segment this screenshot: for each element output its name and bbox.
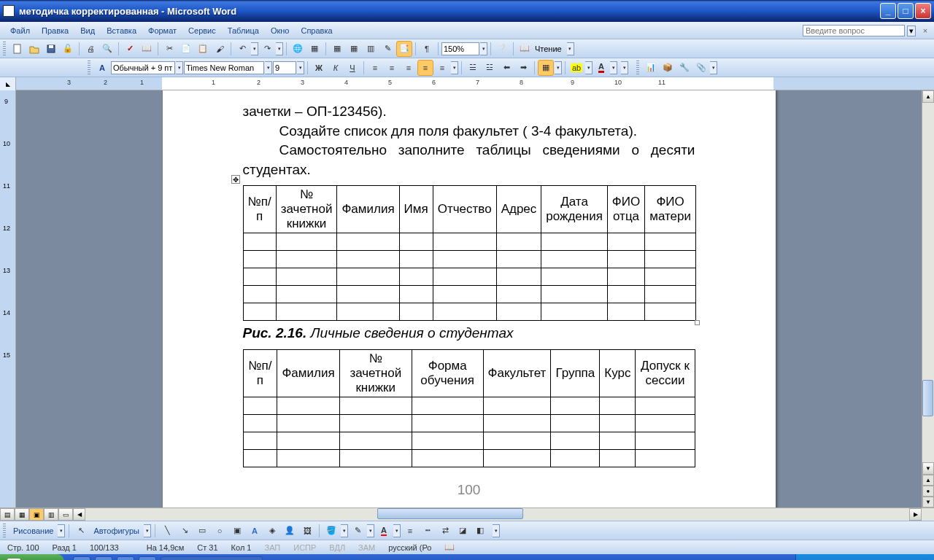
tables-borders-button[interactable]: ▦ [306, 41, 323, 57]
spellcheck-button[interactable]: ✓ [122, 41, 138, 57]
highlight-dropdown[interactable]: ▾ [585, 61, 593, 74]
scroll-left-button[interactable]: ◀ [73, 508, 85, 521]
borders-button[interactable]: ▦ [538, 60, 554, 76]
reading-view-button[interactable]: ▭ [58, 508, 73, 521]
font-color-button[interactable]: A [593, 60, 609, 76]
status-lang[interactable]: русский (Ро [385, 543, 434, 552]
clipart-button[interactable]: 👤 [282, 523, 298, 539]
menu-format[interactable]: Формат [142, 25, 182, 36]
copy-button[interactable]: 📄 [178, 41, 194, 57]
scroll-thumb[interactable] [922, 380, 933, 416]
columns-button[interactable]: ▥ [363, 41, 379, 57]
reading-icon[interactable]: 📖 [517, 41, 533, 57]
numbered-list-button[interactable]: ☱ [465, 60, 481, 76]
open-button[interactable] [26, 41, 42, 57]
quick-launch-3[interactable] [117, 556, 134, 560]
status-ovr[interactable]: ЗАМ [355, 543, 378, 552]
toolbar-grip[interactable] [636, 61, 639, 75]
toolbar-options-3[interactable]: ▾ [710, 61, 717, 74]
help-button[interactable]: ❔ [494, 41, 510, 57]
close-button[interactable]: × [915, 3, 931, 19]
horizontal-ruler[interactable]: ◣ 3 2 1 1 2 3 4 5 6 7 8 9 10 11 [0, 77, 934, 90]
font-size-combo[interactable] [273, 61, 296, 74]
line-button[interactable]: ╲ [159, 523, 175, 539]
text-line-3[interactable]: Самостоятельно заполните таблицы сведени… [243, 141, 695, 179]
autoshapes-dropdown[interactable]: ▾ [144, 524, 151, 537]
insert-table-button[interactable]: ▦ [329, 41, 345, 57]
undo-dropdown[interactable]: ▾ [251, 42, 258, 55]
scroll-right-button[interactable]: ▶ [909, 508, 922, 521]
scroll-down-button[interactable]: ▼ [922, 462, 934, 475]
menu-file[interactable]: Файл [4, 25, 36, 36]
research-button[interactable]: 📖 [139, 41, 155, 57]
toolbar-options[interactable]: ▾ [567, 42, 574, 55]
horizontal-scrollbar[interactable]: ◀ ▶ [73, 508, 922, 521]
vertical-scrollbar[interactable]: ▲ ▼ ▲ ● ▼ [922, 90, 934, 508]
increase-indent-button[interactable]: ➡ [515, 60, 531, 76]
toolbar-grip[interactable] [3, 524, 6, 538]
text-line-1[interactable]: зачетки – ОП-123456). [243, 102, 695, 122]
maximize-button[interactable]: □ [898, 3, 914, 19]
print-button[interactable]: 🖨 [82, 41, 99, 57]
highlight-button[interactable]: ab [568, 60, 584, 76]
table-header[interactable]: № зачетной книжки [339, 349, 412, 397]
align-left-button[interactable]: ≡ [367, 60, 383, 76]
vertical-ruler[interactable]: 9 10 11 12 13 14 15 [0, 90, 16, 508]
menu-view[interactable]: Вид [74, 25, 101, 36]
status-rec[interactable]: ЗАП [261, 543, 283, 552]
insert-excel-button[interactable]: ▦ [346, 41, 362, 57]
select-objects-button[interactable]: ↖ [73, 523, 89, 539]
redo-button[interactable]: ↷ [259, 41, 275, 57]
table-header[interactable]: ФИО отца [607, 186, 644, 233]
borders-dropdown[interactable]: ▾ [555, 61, 562, 74]
rectangle-button[interactable]: ▭ [194, 523, 210, 539]
font-combo[interactable] [184, 61, 264, 74]
zoom-combo[interactable] [441, 42, 479, 55]
extra-btn-3[interactable]: 🔧 [676, 60, 692, 76]
styles-pane-button[interactable]: A [94, 60, 110, 76]
table-header[interactable]: Фамилия [277, 349, 339, 397]
line-color-button[interactable]: ✎ [350, 523, 366, 539]
textbox-button[interactable]: ▣ [229, 523, 245, 539]
drawing-toolbar-options[interactable]: ▾ [493, 524, 500, 537]
dash-style-button[interactable]: ┅ [420, 523, 436, 539]
undo-button[interactable]: ↶ [234, 41, 250, 57]
italic-button[interactable]: К [328, 60, 344, 76]
bold-button[interactable]: Ж [311, 60, 327, 76]
taskbar-item-word[interactable]: методичка коррект... [161, 556, 263, 560]
align-justify-button[interactable]: ≡ [417, 60, 433, 76]
shadow-button[interactable]: ◪ [455, 523, 471, 539]
style-combo[interactable] [111, 61, 175, 74]
help-dropdown[interactable]: ▾ [907, 26, 916, 36]
style-dropdown[interactable]: ▾ [176, 61, 183, 74]
next-page-button[interactable]: ▼ [922, 497, 934, 508]
decrease-indent-button[interactable]: ⬅ [498, 60, 514, 76]
menu-insert[interactable]: Вставка [101, 25, 142, 36]
start-button[interactable]: пуск [0, 554, 64, 560]
document-scroll-area[interactable]: зачетки – ОП-123456). Создайте список дл… [16, 90, 922, 508]
print-preview-button[interactable]: 🔍 [99, 41, 115, 57]
status-trk[interactable]: ИСПР [290, 543, 319, 552]
fill-color-button[interactable]: 🪣 [323, 523, 339, 539]
reading-label[interactable]: Чтение [533, 44, 563, 53]
table-header[interactable]: №п/п [243, 349, 277, 397]
redo-dropdown[interactable]: ▾ [276, 42, 283, 55]
table-1[interactable]: №п/п № зачетной книжки Фамилия Имя Отчес… [243, 185, 697, 321]
font-color-dropdown[interactable]: ▾ [610, 61, 617, 74]
cut-button[interactable]: ✂ [161, 41, 177, 57]
help-input[interactable] [803, 25, 905, 36]
hyperlink-button[interactable]: 🌐 [290, 41, 306, 57]
table-header[interactable]: Фамилия [337, 186, 399, 233]
quick-launch-2[interactable] [95, 556, 112, 560]
extra-btn-1[interactable]: 📊 [643, 60, 659, 76]
table-caption[interactable]: Рис. 2.16. Личные сведения о студентах [243, 324, 695, 343]
table-2[interactable]: №п/п Фамилия № зачетной книжки Форма обу… [243, 349, 695, 467]
3d-button[interactable]: ◧ [472, 523, 488, 539]
align-center-button[interactable]: ≡ [384, 60, 400, 76]
table-resize-handle-icon[interactable] [695, 320, 700, 325]
outline-view-button[interactable]: ▥ [44, 508, 58, 521]
table-header[interactable]: Отчество [433, 186, 496, 233]
wordart-button[interactable]: A [247, 523, 263, 539]
drawing-toolbar-button[interactable]: ✎ [379, 41, 395, 57]
prev-page-button[interactable]: ▲ [922, 475, 934, 486]
